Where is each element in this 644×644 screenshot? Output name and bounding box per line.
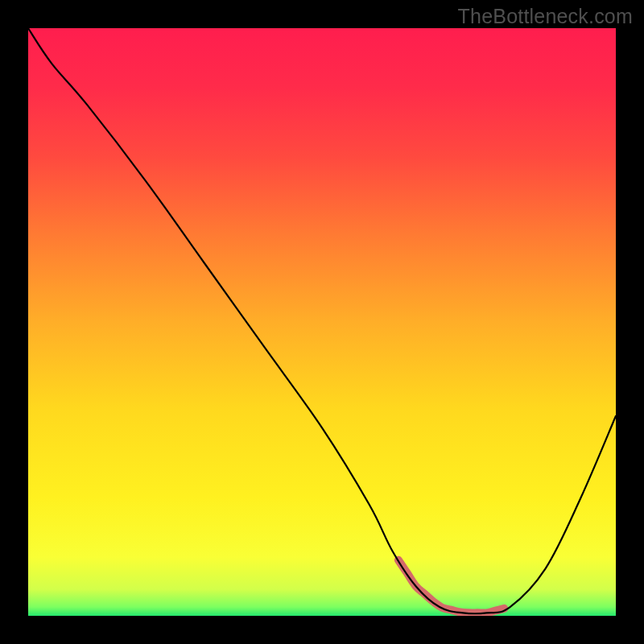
plot-area: [28, 28, 616, 616]
watermark-text: TheBottleneck.com: [458, 5, 633, 28]
accent-segment: [398, 560, 504, 613]
bottleneck-curve: [28, 28, 616, 613]
chart-frame: TheBottleneck.com: [0, 0, 644, 644]
curve-layer: [28, 28, 616, 616]
